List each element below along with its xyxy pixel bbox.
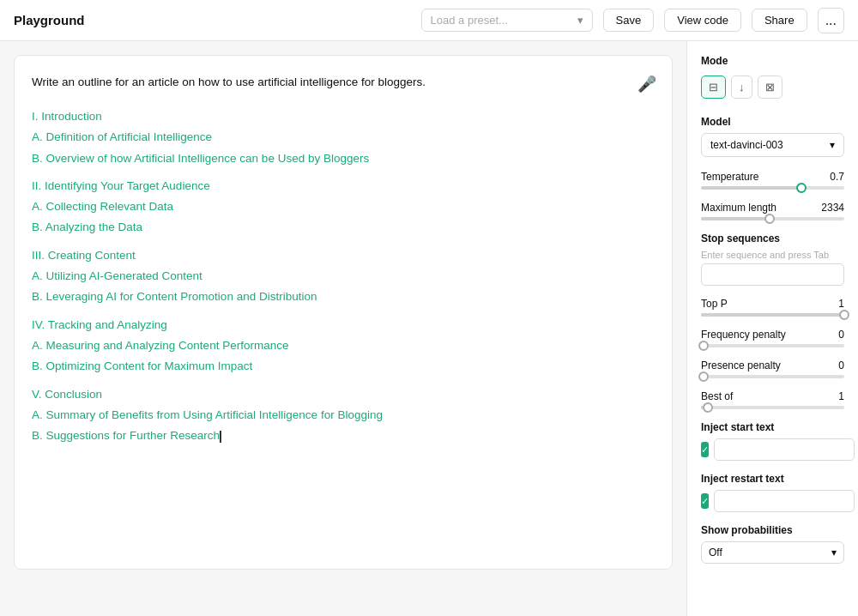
top-p-label: Top P: [701, 298, 728, 310]
temperature-value: 0.7: [830, 171, 844, 183]
outline-line: A. Collecting Relevant Data: [32, 196, 655, 217]
inject-restart-input[interactable]: [714, 490, 855, 512]
show-prob-value: Off: [709, 547, 722, 559]
outline-line: A. Summary of Benefits from Using Artifi…: [32, 405, 655, 426]
editor-area: 🎤 Write an outline for an article on how…: [0, 41, 686, 616]
outline-line: II. Identifying Your Target Audience: [32, 176, 655, 196]
text-cursor: [220, 431, 221, 443]
presence-slider[interactable]: [701, 375, 844, 378]
preset-dropdown[interactable]: Load a preset... ▾: [421, 9, 593, 32]
editor-box[interactable]: 🎤 Write an outline for an article on how…: [14, 55, 673, 570]
stop-sequences-input[interactable]: [701, 263, 844, 286]
stop-seq-hint: Enter sequence and press Tab: [701, 250, 844, 260]
view-code-button[interactable]: View code: [664, 9, 741, 32]
temperature-row: Temperature 0.7: [701, 171, 844, 183]
settings-sidebar: Mode ⊟ ↓ ⊠ Model text-davinci-003 ▾ Temp…: [686, 41, 858, 616]
presence-label: Presence penalty: [701, 359, 781, 371]
frequency-row: Frequency penalty 0: [701, 329, 844, 341]
max-length-label: Maximum length: [701, 202, 776, 214]
inject-start-row: ✓: [701, 438, 844, 461]
top-p-value: 1: [838, 298, 844, 310]
mode-icons-group: ⊟ ↓ ⊠: [701, 75, 844, 99]
presence-value: 0: [838, 359, 844, 371]
outline-line: B. Leveraging AI for Content Promotion a…: [32, 287, 655, 307]
inject-start-label: Inject start text: [701, 421, 844, 433]
frequency-value: 0: [838, 329, 844, 341]
top-p-slider[interactable]: [701, 313, 844, 317]
best-of-slider[interactable]: [701, 406, 844, 409]
mode-icon-table[interactable]: ⊟: [701, 75, 726, 99]
outline-line: B. Optimizing Content for Maximum Impact: [32, 356, 655, 377]
inject-restart-label: Inject restart text: [701, 473, 844, 485]
blank-line: [32, 239, 655, 245]
app-header: Playground Load a preset... ▾ Save View …: [0, 0, 858, 41]
inject-start-checkbox[interactable]: ✓: [701, 442, 709, 457]
max-length-slider[interactable]: [701, 217, 844, 220]
show-prob-dropdown[interactable]: Off ▾: [701, 541, 844, 564]
model-value: text-davinci-003: [710, 139, 783, 151]
mode-label: Mode: [701, 55, 844, 67]
blank-line: [32, 308, 655, 315]
frequency-label: Frequency penalty: [701, 329, 786, 341]
outline-line: A. Definition of Artificial Intelligence: [32, 127, 655, 148]
outline-line: A. Utilizing AI-Generated Content: [32, 266, 655, 287]
app-title: Playground: [14, 13, 85, 27]
outline-line: A. Measuring and Analyzing Content Perfo…: [32, 335, 655, 356]
prompt-text: Write an outline for an article on how t…: [32, 73, 655, 93]
show-prob-label: Show probabilities: [701, 524, 844, 536]
blank-line: [32, 377, 655, 384]
main-layout: 🎤 Write an outline for an article on how…: [0, 41, 858, 616]
mode-icon-split[interactable]: ⊠: [758, 75, 782, 99]
model-label: Model: [701, 116, 844, 128]
max-length-value: 2334: [821, 202, 844, 214]
temperature-label: Temperature: [701, 171, 758, 183]
outline-content: I. IntroductionA. Definition of Artifici…: [32, 106, 655, 446]
inject-restart-checkbox[interactable]: ✓: [701, 493, 709, 509]
save-button[interactable]: Save: [603, 9, 655, 32]
best-of-row: Best of 1: [701, 390, 844, 402]
mic-icon: 🎤: [637, 71, 656, 98]
mode-icon-download[interactable]: ↓: [731, 75, 752, 99]
blank-line: [32, 169, 655, 176]
outline-line: I. Introduction: [32, 106, 655, 127]
inject-restart-row: ✓: [701, 490, 844, 512]
outline-line: III. Creating Content: [32, 245, 655, 266]
best-of-value: 1: [838, 390, 844, 402]
chevron-down-icon: ▾: [831, 547, 837, 559]
share-button[interactable]: Share: [752, 9, 807, 32]
top-p-row: Top P 1: [701, 298, 844, 310]
outline-line: V. Conclusion: [32, 384, 655, 405]
frequency-slider[interactable]: [701, 344, 844, 347]
chevron-down-icon: ▾: [577, 14, 583, 27]
temperature-slider[interactable]: [701, 186, 844, 190]
chevron-down-icon: ▾: [830, 139, 835, 151]
best-of-label: Best of: [701, 390, 733, 402]
presence-row: Presence penalty 0: [701, 359, 844, 371]
model-dropdown[interactable]: text-davinci-003 ▾: [701, 133, 844, 157]
stop-sequences-label: Stop sequences: [701, 233, 844, 245]
inject-start-input[interactable]: [714, 438, 855, 461]
outline-line: IV. Tracking and Analyzing: [32, 315, 655, 335]
outline-line: B. Analyzing the Data: [32, 217, 655, 238]
outline-line: B. Overview of how Artificial Intelligen…: [32, 148, 655, 169]
outline-line: B. Suggestions for Further Research: [32, 426, 655, 446]
preset-placeholder: Load a preset...: [431, 14, 508, 27]
more-button[interactable]: ...: [818, 8, 844, 33]
max-length-row: Maximum length 2334: [701, 202, 844, 214]
